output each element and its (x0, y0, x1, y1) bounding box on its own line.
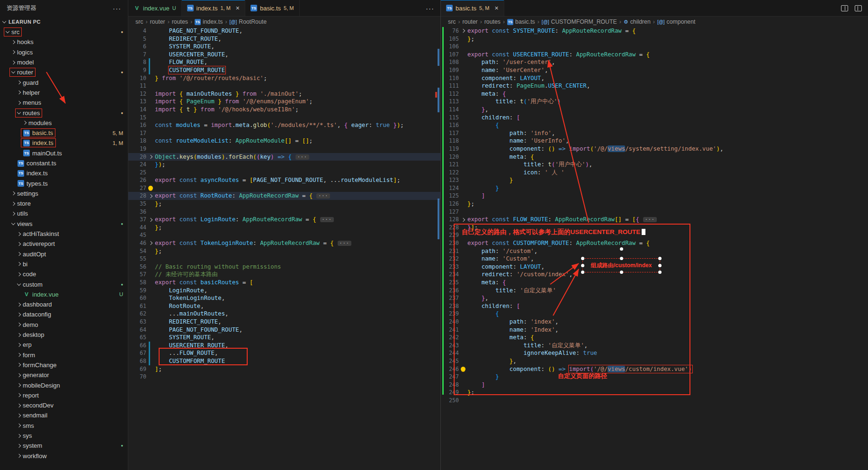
code-line-15[interactable]: 15 (128, 114, 440, 122)
breadcrumb-item-basic.ts[interactable]: TSbasic.ts (507, 18, 535, 25)
folded-code-ellipsis[interactable]: ··· (338, 241, 351, 246)
code-line-61[interactable]: 61 RootRoute, (128, 302, 440, 310)
code-line-239[interactable]: 239 { (441, 310, 868, 318)
code-line-235[interactable]: 235 meta: { (441, 279, 868, 287)
tree-item-modules[interactable]: modules (0, 118, 128, 128)
breadcrumb-item-routes[interactable]: routes (484, 18, 501, 25)
breadcrumb-item-routes[interactable]: routes (172, 18, 188, 25)
fold-chevron-icon[interactable] (149, 155, 152, 159)
key-icon[interactable] (461, 367, 465, 371)
code-line-46[interactable]: 46export const TokenLoginRoute: AppRoute… (128, 239, 440, 247)
tree-item-report[interactable]: report (0, 390, 128, 400)
code-line-24[interactable]: 24}); (128, 161, 440, 169)
code-line-229[interactable]: 229 (441, 231, 868, 239)
tree-item-sys[interactable]: sys (0, 431, 128, 441)
code-line-20[interactable]: 20Object.keys(modules).forEach((key) => … (128, 153, 440, 161)
fold-chevron-icon[interactable] (461, 217, 465, 221)
code-line-245[interactable]: 245 }, (441, 357, 868, 365)
tree-item-dashboard[interactable]: dashboard (0, 299, 128, 309)
code-line-62[interactable]: 62 ...mainOutRoutes, (128, 310, 440, 318)
code-line-8[interactable]: 8 FLOW_ROUTE, (128, 58, 440, 66)
tree-item-menus[interactable]: menus (0, 98, 128, 108)
code-line-57[interactable]: 57// 未经许可的基本路由 (128, 271, 440, 279)
code-line-5[interactable]: 5 REDIRECT_ROUTE, (128, 35, 440, 43)
tree-item-utils[interactable]: utils (0, 208, 128, 218)
code-line-76[interactable]: 76export const SYSTEM_ROUTE: AppRouteRec… (441, 27, 868, 35)
tree-item-router[interactable]: router● (0, 67, 128, 77)
fold-chevron-icon[interactable] (461, 29, 465, 33)
tab-basic.ts[interactable]: TSbasic.ts5, M× (441, 0, 504, 16)
tree-item-formChange[interactable]: formChange (0, 360, 128, 370)
code-line-60[interactable]: 60 TokenLoginRoute, (128, 294, 440, 302)
tree-item-logics[interactable]: logics (0, 47, 128, 57)
code-line-35[interactable]: 35}; (128, 200, 440, 208)
code-line-68[interactable]: 68 CUSTOMFORM_ROUTE (128, 357, 440, 365)
code-line-117[interactable]: 117 path: 'info', (441, 129, 868, 137)
code-line-58[interactable]: 58export const basicRoutes = [ (128, 279, 440, 287)
code-line-19[interactable]: 19 (128, 145, 440, 153)
code-line-107[interactable]: 107export const USERCENTER_ROUTE: AppRou… (441, 51, 868, 59)
tree-item-mobileDesign[interactable]: mobileDesign (0, 380, 128, 390)
code-line-231[interactable]: 231 path: '/custom', (441, 247, 868, 255)
code-line-240[interactable]: 240 path: 'index', (441, 318, 868, 326)
tree-item-guard[interactable]: guard (0, 77, 128, 87)
folded-code-ellipsis[interactable]: ··· (320, 217, 334, 222)
code-line-126[interactable]: 126}; (441, 200, 868, 208)
code-line-115[interactable]: 115 children: [ (441, 114, 868, 122)
tree-item-index.ts[interactable]: TSindex.ts1, M (0, 138, 128, 148)
code-line-246[interactable]: 246 component: () => import('/@/views/cu… (441, 365, 868, 373)
code-line-242[interactable]: 242 meta: { (441, 334, 868, 342)
close-icon[interactable]: × (236, 5, 240, 11)
code-line-14[interactable]: 14import { t } from '/@/hooks/web/useI18… (128, 106, 440, 114)
tab-basic.ts[interactable]: TSbasic.ts5, M (245, 0, 299, 16)
code-line-128[interactable]: 128export const FLOW_ROUTE: AppRouteReco… (441, 216, 868, 224)
code-line-113[interactable]: 113 title: t('用户中心') (441, 98, 868, 106)
editor-2[interactable]: 76export const SYSTEM_ROUTE: AppRouteRec… (441, 27, 868, 470)
fold-chevron-icon[interactable] (149, 217, 152, 221)
code-line-106[interactable]: 106 (441, 43, 868, 51)
fold-chevron-icon[interactable] (149, 194, 152, 198)
code-line-63[interactable]: 63 REDIRECT_ROUTE, (128, 318, 440, 326)
code-line-112[interactable]: 112 meta: { (441, 90, 868, 98)
code-line-4[interactable]: 4 PAGE_NOT_FOUND_ROUTE, (128, 27, 440, 35)
code-line-124[interactable]: 124 } (441, 184, 868, 192)
tree-item-auditOpt[interactable]: auditOpt (0, 249, 128, 259)
code-line-237[interactable]: 237 }, (441, 294, 868, 302)
breadcrumb-item-src[interactable]: src (135, 18, 143, 25)
tree-item-types.ts[interactable]: TStypes.ts (0, 178, 128, 188)
code-line-66[interactable]: 66 USERCENTER_ROUTE, (128, 342, 440, 350)
tree-item-basic.ts[interactable]: TSbasic.ts5, M (0, 128, 128, 138)
editor-1[interactable]: 4 PAGE_NOT_FOUND_ROUTE,5 REDIRECT_ROUTE,… (128, 27, 440, 470)
code-line-28[interactable]: 28export const RootRoute: AppRouteRecord… (128, 192, 440, 200)
code-line-11[interactable]: 11 (128, 82, 440, 90)
code-line-9[interactable]: 9 CUSTOMFORM_ROUTE (128, 66, 440, 74)
tree-item-mainOut.ts[interactable]: TSmainOut.ts (0, 148, 128, 158)
code-line-69[interactable]: 69]; (128, 365, 440, 373)
tree-item-secondDev[interactable]: secondDev (0, 400, 128, 410)
code-line-70[interactable]: 70 (128, 373, 440, 381)
tree-item-views[interactable]: views● (0, 219, 128, 229)
tree-item-workflow[interactable]: workflow (0, 451, 128, 461)
code-line-232[interactable]: 232 name: 'Custom', (441, 255, 868, 263)
code-line-238[interactable]: 238 children: [ (441, 302, 868, 310)
code-line-36[interactable]: 36 (128, 208, 440, 216)
code-line-127[interactable]: 127 (441, 208, 868, 216)
code-line-45[interactable]: 45 (128, 231, 440, 239)
customize-layout-icon[interactable] (855, 5, 862, 11)
code-line-17[interactable]: 17 (128, 129, 440, 137)
code-line-244[interactable]: 244 ignoreKeepAlive: true (441, 349, 868, 357)
tree-item-constant.ts[interactable]: TSconstant.ts (0, 158, 128, 168)
tree-item-demo[interactable]: demo (0, 320, 128, 330)
tree-item-form[interactable]: form (0, 350, 128, 360)
tree-item-custom[interactable]: custom● (0, 279, 128, 289)
code-line-120[interactable]: 120 meta: { (441, 153, 868, 161)
tree-item-src[interactable]: src● (0, 27, 128, 37)
code-line-108[interactable]: 108 path: '/user-center', (441, 58, 868, 66)
code-line-59[interactable]: 59 LoginRoute, (128, 287, 440, 295)
code-line-27[interactable]: 27 (128, 184, 440, 192)
code-line-119[interactable]: 119 component: () => import('/@/views/sy… (441, 145, 868, 153)
code-line-234[interactable]: 234 redirect: '/custom/index', (441, 271, 868, 279)
code-line-7[interactable]: 7 USERCENTER_ROUTE, (128, 51, 440, 59)
tree-item-actHiTaskinst[interactable]: actHiTaskinst (0, 229, 128, 239)
tree-item-model[interactable]: model (0, 57, 128, 67)
